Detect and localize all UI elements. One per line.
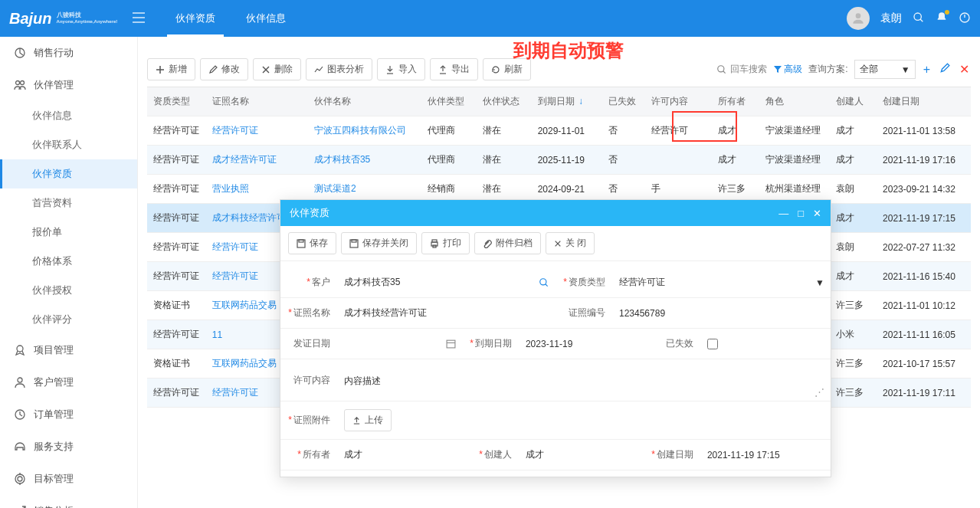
column-header[interactable]: 伙伴状态 xyxy=(477,87,532,116)
column-header[interactable]: 许可内容 xyxy=(645,87,712,116)
calendar-icon[interactable] xyxy=(446,339,456,349)
fld-expired[interactable] xyxy=(701,334,825,354)
link[interactable]: 营业执照 xyxy=(212,183,249,194)
sidebar-item-headset[interactable]: 服务支持 xyxy=(0,431,137,463)
column-header[interactable]: 伙伴类型 xyxy=(421,87,477,116)
export-button[interactable]: 导出 xyxy=(430,58,478,80)
table-cell: 袁朗 xyxy=(830,175,877,204)
expired-checkbox[interactable] xyxy=(707,339,718,349)
dlg-save-close-button[interactable]: 保存并关闭 xyxy=(341,232,417,254)
table-cell: 宁波渠道经理 xyxy=(759,116,830,146)
table-cell: 否 xyxy=(602,116,645,146)
column-header[interactable]: 伙伴名称 xyxy=(308,87,421,116)
link[interactable]: 经营许可证 xyxy=(212,270,258,281)
link[interactable]: 宁波五四科技有限公司 xyxy=(314,125,406,136)
maximize-icon[interactable]: □ xyxy=(798,208,804,219)
svg-point-15 xyxy=(18,477,22,481)
add-scheme-icon[interactable]: + xyxy=(922,61,932,78)
close-icon[interactable]: ✕ xyxy=(813,208,821,219)
bell-icon[interactable] xyxy=(936,11,948,26)
column-header[interactable]: 创建日期 xyxy=(877,87,971,116)
dialog-header[interactable]: 伙伴资质 — □ ✕ xyxy=(280,200,831,226)
column-header[interactable]: 证照名称 xyxy=(206,87,308,116)
table-row[interactable]: 经营许可证经营许可证宁波五四科技有限公司代理商潜在2029-11-01否经营许可… xyxy=(147,116,971,146)
svg-point-26 xyxy=(718,65,724,71)
medal-icon xyxy=(14,344,26,356)
table-cell: 许三多 xyxy=(830,291,877,320)
link[interactable]: 经营许可证 xyxy=(212,125,258,136)
edit-scheme-icon[interactable] xyxy=(938,61,952,77)
minimize-icon[interactable]: — xyxy=(778,208,788,219)
column-header[interactable]: 所有者 xyxy=(712,87,759,116)
link[interactable]: 测试渠道2 xyxy=(314,183,356,194)
dlg-attach-button[interactable]: 附件归档 xyxy=(474,232,541,254)
scheme-select[interactable]: 全部▼ xyxy=(854,60,916,79)
clock-icon xyxy=(14,408,26,421)
fld-type[interactable]: 经营许可证▼ xyxy=(613,271,831,293)
sidebar-sub-item[interactable]: 伙伴信息 xyxy=(0,101,137,130)
power-icon[interactable] xyxy=(959,11,971,26)
sidebar-sub-item[interactable]: 报价单 xyxy=(0,218,137,247)
fld-customer[interactable]: 成才科技否35 xyxy=(338,271,556,293)
menu-toggle-icon[interactable] xyxy=(133,12,145,25)
add-button[interactable]: 新增 xyxy=(147,58,195,80)
search-icon[interactable] xyxy=(913,11,925,26)
fld-issue[interactable] xyxy=(338,334,462,353)
link[interactable]: 互联网药品交易 xyxy=(212,358,277,369)
logo-slogan: Anyone,Anytime,Anywhere! xyxy=(57,19,118,25)
fld-expire[interactable]: 2023-11-19 xyxy=(519,334,644,354)
column-header[interactable]: 资质类型 xyxy=(147,87,206,116)
fld-certname[interactable]: 成才科技经营许可证 xyxy=(338,302,556,324)
sidebar-item-medal[interactable]: 项目管理 xyxy=(0,334,137,366)
edit-button[interactable]: 修改 xyxy=(200,58,248,80)
dlg-save-button[interactable]: 保存 xyxy=(288,232,336,254)
link[interactable]: 11 xyxy=(212,329,222,340)
sidebar-item-clock[interactable]: 订单管理 xyxy=(0,398,137,431)
avatar[interactable] xyxy=(847,7,870,30)
lookup-icon[interactable] xyxy=(539,277,549,288)
sidebar-sub-item[interactable]: 伙伴资质 xyxy=(0,159,137,188)
dlg-print-button[interactable]: 打印 xyxy=(421,232,470,254)
advanced-filter[interactable]: 高级 xyxy=(773,63,802,76)
dlg-close-button[interactable]: 关 闭 xyxy=(546,232,595,254)
column-header[interactable]: 到期日期 ↓ xyxy=(532,87,602,116)
table-cell: 2021-10-17 15:57 xyxy=(877,349,971,379)
sidebar-sub-item[interactable]: 伙伴授权 xyxy=(0,276,137,305)
sidebar-sub-item[interactable]: 伙伴联系人 xyxy=(0,130,137,159)
link[interactable]: 经营许可证 xyxy=(212,241,258,252)
sidebar-item-label: 销售分析 xyxy=(34,504,74,508)
fld-permit-label: 许可内容 xyxy=(280,374,338,387)
sidebar-item-trend[interactable]: 销售分析 xyxy=(0,495,137,508)
close-scheme-icon[interactable]: ✕ xyxy=(958,61,971,78)
sidebar-item-person[interactable]: 客户管理 xyxy=(0,366,137,398)
resize-handle-icon[interactable]: ⋰ xyxy=(814,386,824,398)
sidebar-sub-item[interactable]: 价格体系 xyxy=(0,247,137,276)
sidebar-item-target[interactable]: 目标管理 xyxy=(0,463,137,495)
search-input[interactable]: 回车搜索 xyxy=(716,63,767,76)
column-header[interactable]: 角色 xyxy=(759,87,830,116)
sidebar-sub-item[interactable]: 伙伴评分 xyxy=(0,305,137,334)
fld-certno[interactable]: 123456789 xyxy=(613,303,831,323)
upload-button[interactable]: 上传 xyxy=(344,409,392,431)
chart-button[interactable]: 图表分析 xyxy=(306,58,372,80)
tab-partner-info[interactable]: 伙伴信息 xyxy=(231,0,301,37)
link[interactable]: 成才经营许可证 xyxy=(212,154,277,165)
fld-createtime: 2021-11-19 17:15 xyxy=(701,445,825,465)
link[interactable]: 成才科技否35 xyxy=(314,154,370,165)
sidebar-sub-item[interactable]: 首营资料 xyxy=(0,188,137,218)
fld-permit[interactable]: 内容描述 xyxy=(338,369,831,392)
table-cell: 经营许可证 xyxy=(147,379,206,408)
table-row[interactable]: 经营许可证成才经营许可证成才科技否35代理商潜在2025-11-19否成才宁波渠… xyxy=(147,146,971,175)
column-header[interactable]: 创建人 xyxy=(830,87,877,116)
link[interactable]: 经营许可证 xyxy=(212,387,258,398)
table-cell: 2021-11-01 10:12 xyxy=(877,291,971,320)
link[interactable]: 互联网药品交易 xyxy=(212,300,277,310)
delete-button[interactable]: 删除 xyxy=(253,58,301,80)
column-header[interactable]: 已失效 xyxy=(602,87,645,116)
sidebar-item-people[interactable]: 伙伴管理 xyxy=(0,69,137,101)
import-button[interactable]: 导入 xyxy=(377,58,425,80)
fld-expire-label: 到期日期 xyxy=(462,337,519,350)
sidebar-item-chart[interactable]: 销售行动 xyxy=(0,37,137,69)
fld-owner-label: 所有者 xyxy=(280,448,338,461)
tab-qualification[interactable]: 伙伴资质 xyxy=(160,0,231,37)
